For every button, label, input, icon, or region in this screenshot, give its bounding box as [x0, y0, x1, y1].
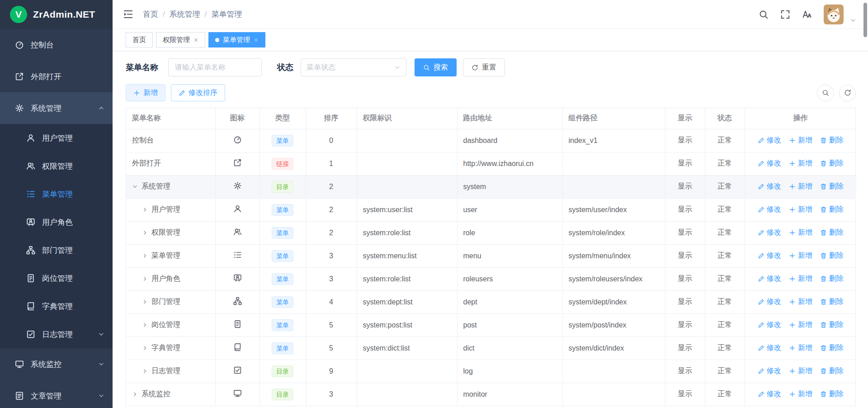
- edit-link[interactable]: 修改: [758, 228, 781, 237]
- sidebar-item-dept[interactable]: 部门管理: [0, 236, 113, 264]
- close-icon[interactable]: [254, 38, 259, 43]
- sidebar-item-external[interactable]: 外部打开: [0, 61, 113, 92]
- edit-link[interactable]: 修改: [758, 159, 781, 168]
- expand-arrow-icon[interactable]: [142, 276, 148, 282]
- expand-arrow-icon[interactable]: [142, 299, 148, 305]
- visible-cell: 显示: [665, 244, 705, 267]
- menu-name: 系统监控: [142, 389, 170, 399]
- edit-link[interactable]: 修改: [758, 343, 781, 353]
- refresh-icon: [844, 89, 851, 96]
- type-tag: 菜单: [272, 296, 293, 308]
- toggle-search-button[interactable]: [817, 85, 834, 101]
- delete-link[interactable]: 删除: [820, 320, 844, 330]
- edit-link[interactable]: 修改: [758, 251, 781, 261]
- delete-link[interactable]: 删除: [820, 182, 844, 191]
- breadcrumb-item[interactable]: 首页: [143, 9, 158, 19]
- expand-arrow-icon[interactable]: [142, 345, 148, 351]
- delete-link[interactable]: 删除: [820, 274, 844, 284]
- sidebar-item-label: 系统管理: [31, 103, 61, 114]
- sidebar-item-role[interactable]: 权限管理: [0, 152, 113, 180]
- edit-link[interactable]: 修改: [758, 297, 781, 307]
- tab-menu[interactable]: 菜单管理: [208, 32, 265, 47]
- add-link[interactable]: 新增: [789, 251, 812, 261]
- menu-name-input[interactable]: [168, 58, 262, 76]
- type-tag: 菜单: [272, 204, 293, 216]
- close-icon[interactable]: [193, 38, 198, 43]
- add-link[interactable]: 新增: [789, 343, 812, 353]
- delete-link[interactable]: 删除: [820, 228, 844, 237]
- status-select[interactable]: 菜单状态: [301, 58, 406, 76]
- tab-home[interactable]: 首页: [126, 32, 153, 47]
- sidebar-item-log[interactable]: 日志管理: [0, 320, 113, 348]
- search-button[interactable]: 搜索: [415, 58, 457, 76]
- sidebar-item-monitor[interactable]: 系统监控: [0, 348, 113, 380]
- breadcrumb-item[interactable]: 系统管理: [170, 9, 200, 19]
- add-link[interactable]: 新增: [789, 182, 812, 191]
- edit-link[interactable]: 修改: [758, 320, 781, 330]
- sidebar-toggle-icon[interactable]: [123, 9, 134, 20]
- fullscreen-icon[interactable]: [780, 9, 790, 19]
- avatar-caret-icon[interactable]: [850, 17, 856, 24]
- scrollbar-thumb[interactable]: [863, 3, 867, 37]
- sidebar-item-label: 外部打开: [31, 71, 61, 82]
- font-size-icon[interactable]: [802, 9, 812, 19]
- delete-link[interactable]: 删除: [820, 366, 844, 376]
- edit-link[interactable]: 修改: [758, 366, 781, 376]
- table-row-monitor: 系统监控目录3monitor显示正常修改新增删除: [126, 383, 856, 406]
- add-button[interactable]: 新增: [126, 84, 165, 101]
- sidebar-item-label: 岗位管理: [42, 273, 73, 284]
- sidebar-item-article[interactable]: 文章管理: [0, 380, 113, 408]
- reset-button[interactable]: 重置: [463, 58, 505, 76]
- delete-link[interactable]: 删除: [820, 205, 844, 214]
- delete-link[interactable]: 删除: [820, 297, 844, 307]
- add-link[interactable]: 新增: [789, 366, 812, 376]
- tab-role[interactable]: 权限管理: [156, 32, 205, 47]
- status-cell: 正常: [705, 152, 745, 175]
- delete-link[interactable]: 删除: [820, 251, 844, 261]
- edit-link[interactable]: 修改: [758, 274, 781, 284]
- sidebar-item-menu[interactable]: 菜单管理: [0, 180, 113, 208]
- tree-icon: [26, 246, 35, 255]
- collapse-arrow-icon[interactable]: [132, 184, 138, 190]
- delete-link[interactable]: 删除: [820, 159, 844, 168]
- delete-link[interactable]: 删除: [820, 136, 844, 145]
- sidebar-item-dashboard[interactable]: 控制台: [0, 29, 113, 61]
- add-link[interactable]: 新增: [789, 297, 812, 307]
- edit-link[interactable]: 修改: [758, 136, 781, 145]
- delete-link[interactable]: 删除: [820, 389, 844, 399]
- sidebar-item-post[interactable]: 岗位管理: [0, 264, 113, 292]
- sort-button[interactable]: 修改排序: [171, 84, 225, 101]
- sidebar-item-roleusers[interactable]: 用户角色: [0, 208, 113, 236]
- edit-link[interactable]: 修改: [758, 205, 781, 214]
- caret-down-icon: [850, 17, 856, 24]
- delete-link[interactable]: 删除: [820, 343, 844, 353]
- scrollbar[interactable]: [863, 0, 868, 408]
- row-actions: 修改新增删除: [751, 228, 851, 237]
- add-link[interactable]: 新增: [789, 205, 812, 214]
- add-link[interactable]: 新增: [789, 228, 812, 237]
- expand-arrow-icon[interactable]: [142, 253, 148, 259]
- order-cell: 4: [306, 290, 357, 313]
- order-cell: 0: [306, 129, 357, 152]
- expand-arrow-icon[interactable]: [142, 322, 148, 328]
- edit-link[interactable]: 修改: [758, 182, 781, 191]
- expand-arrow-icon[interactable]: [142, 368, 148, 374]
- add-link[interactable]: 新增: [789, 136, 812, 145]
- sidebar-item-user[interactable]: 用户管理: [0, 124, 113, 152]
- header-search-icon[interactable]: [759, 9, 769, 19]
- logo[interactable]: V ZrAdmin.NET: [0, 0, 113, 29]
- expand-arrow-icon[interactable]: [142, 207, 148, 213]
- avatar[interactable]: [824, 5, 844, 24]
- add-link[interactable]: 新增: [789, 274, 812, 284]
- expand-arrow-icon[interactable]: [142, 230, 148, 236]
- add-link[interactable]: 新增: [789, 159, 812, 168]
- menu-name: 用户管理: [151, 205, 180, 214]
- refresh-table-button[interactable]: [839, 85, 856, 101]
- sidebar-item-dict[interactable]: 字典管理: [0, 292, 113, 320]
- add-link[interactable]: 新增: [789, 389, 812, 399]
- edit-link[interactable]: 修改: [758, 389, 781, 399]
- sidebar-item-system[interactable]: 系统管理: [0, 92, 113, 124]
- expand-arrow-icon[interactable]: [132, 391, 138, 397]
- search-icon: [822, 89, 829, 96]
- add-link[interactable]: 新增: [789, 320, 812, 330]
